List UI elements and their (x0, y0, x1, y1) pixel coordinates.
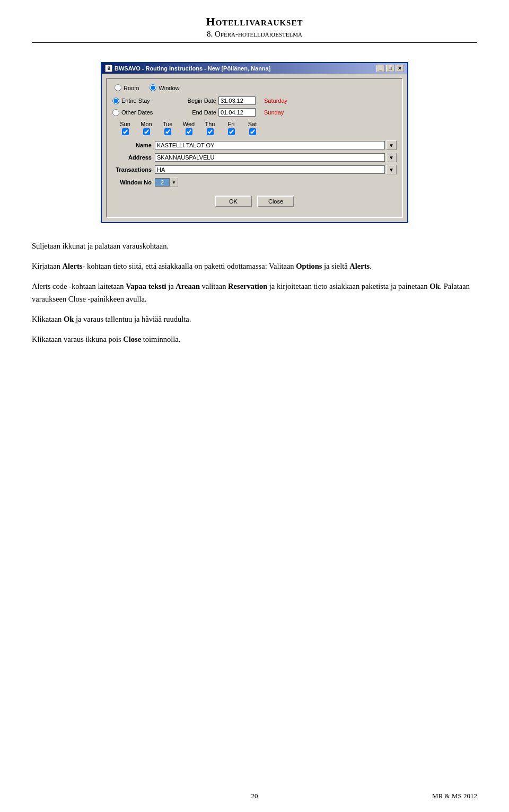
date-section: Entire Stay Begin Date Saturday Other Da… (112, 96, 397, 117)
window-no-input[interactable] (155, 178, 170, 187)
transactions-input[interactable] (155, 165, 385, 174)
other-dates-radio[interactable] (112, 109, 119, 116)
end-date-label: End Date (176, 109, 218, 116)
day-sun-header: Sun (115, 121, 136, 127)
window-no-dropdown-btn[interactable]: ▼ (170, 178, 178, 187)
page-subtitle: 8. Opera-hotellijärjestelmä (32, 30, 477, 39)
day-wed-col (178, 128, 199, 135)
day-wed-checkbox[interactable] (186, 128, 192, 135)
dialog-body: Room Window Entire Stay (102, 74, 407, 222)
paragraph-5: Klikataan varaus ikkuna pois Close toimi… (32, 333, 477, 346)
entire-stay-radio-part: Entire Stay (112, 98, 176, 104)
room-radio[interactable] (115, 84, 121, 91)
other-dates-text: Other Dates (121, 109, 153, 116)
transactions-label: Transactions (112, 166, 155, 173)
day-mon-header: Mon (136, 121, 157, 127)
maximize-button[interactable]: □ (386, 65, 394, 72)
end-day-label: Sunday (264, 109, 284, 116)
room-radio-label[interactable]: Room (115, 84, 139, 91)
form-section: Name ▼ Address ▼ Transactions ▼ (112, 140, 397, 187)
other-dates-radio-part: Other Dates (112, 109, 176, 116)
paragraph-2: Kirjataan Alerts- kohtaan tieto siitä, e… (32, 260, 477, 273)
begin-date-input[interactable] (218, 96, 256, 105)
window-no-row: Window No ▼ (112, 178, 397, 187)
dialog-close-button[interactable]: Close (257, 196, 294, 207)
name-dropdown-btn[interactable]: ▼ (386, 140, 397, 150)
other-dates-row: Other Dates End Date Sunday (112, 108, 397, 117)
dialog-titlebar: 🖥 BWSAVO - Routing Instructions - New [P… (102, 63, 407, 74)
day-sat-header: Sat (242, 121, 263, 127)
p2-text: Kirjataan Alerts- kohtaan tieto siitä, e… (32, 262, 372, 270)
entire-stay-label[interactable]: Entire Stay (112, 98, 150, 104)
room-label: Room (124, 85, 139, 91)
day-sun-col (115, 128, 136, 135)
address-row: Address ▼ (112, 153, 397, 162)
transactions-dropdown-btn[interactable]: ▼ (386, 165, 397, 174)
day-sat-col (242, 128, 263, 135)
body-text: Suljetaan ikkunat ja palataan varauskoht… (32, 240, 477, 346)
address-input[interactable] (155, 153, 385, 162)
paragraph-4: Klikataan Ok ja varaus tallentuu ja hävi… (32, 313, 477, 326)
screenshot-area: 🖥 BWSAVO - Routing Instructions - New [P… (90, 62, 419, 223)
begin-day-label: Saturday (264, 98, 287, 104)
ok-button[interactable]: OK (215, 196, 252, 207)
routing-instructions-dialog: 🖥 BWSAVO - Routing Instructions - New [P… (101, 62, 408, 223)
name-input[interactable] (155, 141, 385, 149)
page-header: Hotellivaraukset 8. Opera-hotellijärjest… (32, 0, 477, 43)
end-date-input[interactable] (218, 108, 256, 117)
page-title: Hotellivaraukset (32, 15, 477, 29)
window-label: Window (159, 85, 179, 91)
dialog-icon: 🖥 (105, 65, 112, 72)
begin-date-label: Begin Date (176, 98, 218, 104)
window-radio-label[interactable]: Window (150, 84, 179, 91)
entire-stay-row: Entire Stay Begin Date Saturday (112, 96, 397, 105)
day-thu-checkbox[interactable] (207, 128, 214, 135)
window-no-label: Window No (112, 179, 155, 186)
day-fri-header: Fri (221, 121, 242, 127)
inner-panel: Room Window Entire Stay (106, 78, 403, 218)
minimize-button[interactable]: _ (376, 65, 385, 72)
day-mon-col (136, 128, 157, 135)
paragraph-1: Suljetaan ikkunat ja palataan varauskoht… (32, 240, 477, 253)
footer-brand: MR & MS 2012 (432, 792, 477, 800)
entire-stay-radio[interactable] (112, 98, 119, 104)
dialog-title: BWSAVO - Routing Instructions - New [Pöl… (115, 65, 270, 72)
p4-text: Klikataan Ok ja varaus tallentuu ja hävi… (32, 315, 191, 323)
p3-text: Alerts code -kohtaan laitetaan Vapaa tek… (32, 282, 470, 303)
address-label: Address (112, 154, 155, 161)
name-label: Name (112, 142, 155, 148)
day-tue-header: Tue (157, 121, 178, 127)
day-thu-header: Thu (199, 121, 221, 127)
transactions-row: Transactions ▼ (112, 165, 397, 174)
p5-text: Klikataan varaus ikkuna pois Close toimi… (32, 335, 180, 343)
entire-stay-text: Entire Stay (121, 98, 150, 104)
day-check-row (115, 128, 397, 135)
day-tue-checkbox[interactable] (164, 128, 171, 135)
address-dropdown-btn[interactable]: ▼ (386, 153, 397, 162)
titlebar-left: 🖥 BWSAVO - Routing Instructions - New [P… (105, 65, 270, 72)
room-window-group: Room Window (112, 84, 397, 91)
p1-text: Suljetaan ikkunat ja palataan varauskoht… (32, 242, 169, 250)
window-controls: _ □ ✕ (376, 65, 404, 72)
day-sat-checkbox[interactable] (249, 128, 256, 135)
footer-page-number: 20 (251, 792, 258, 800)
close-button[interactable]: ✕ (396, 65, 404, 72)
paragraph-3: Alerts code -kohtaan laitetaan Vapaa tek… (32, 280, 477, 306)
other-dates-label[interactable]: Other Dates (112, 109, 153, 116)
day-header-row: Sun Mon Tue Wed Thu Fri Sat (115, 121, 397, 127)
day-fri-col (221, 128, 242, 135)
window-radio[interactable] (150, 84, 156, 91)
day-checkboxes: Sun Mon Tue Wed Thu Fri Sat (112, 121, 397, 135)
day-fri-checkbox[interactable] (228, 128, 235, 135)
day-thu-col (199, 128, 221, 135)
day-sun-checkbox[interactable] (122, 128, 129, 135)
day-tue-col (157, 128, 178, 135)
day-mon-checkbox[interactable] (143, 128, 150, 135)
dialog-btn-row: OK Close (112, 196, 397, 211)
day-wed-header: Wed (178, 121, 199, 127)
name-row: Name ▼ (112, 140, 397, 150)
